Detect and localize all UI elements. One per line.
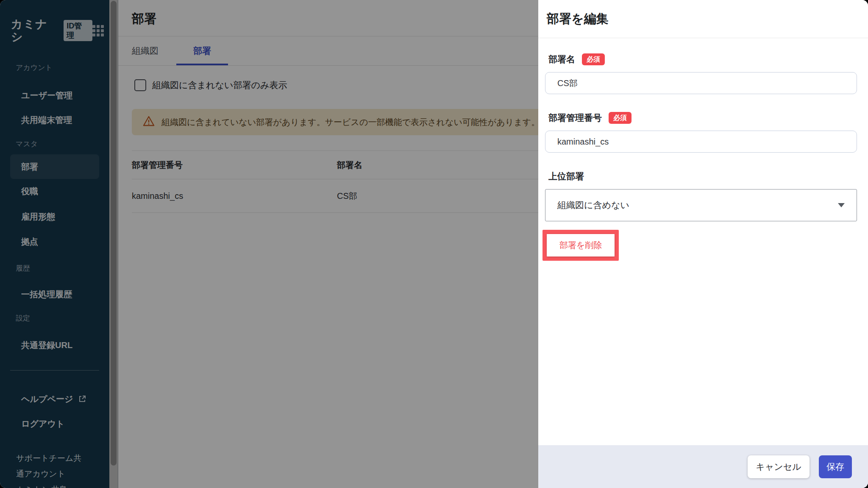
- delete-department-button[interactable]: 部署を削除: [547, 234, 615, 257]
- required-badge: 必須: [609, 112, 632, 124]
- app-window: カミナシ ID管理 アカウント ユーザー管理 共用端末管理 マスタ 部署 役職 …: [0, 0, 868, 488]
- save-button[interactable]: 保存: [819, 455, 852, 478]
- parent-department-value: 組織図に含めない: [557, 199, 629, 211]
- department-name-label-row: 部署名 必須: [548, 53, 857, 65]
- required-badge: 必須: [582, 53, 605, 65]
- department-name-input[interactable]: [545, 72, 857, 94]
- department-code-input[interactable]: [545, 131, 857, 153]
- drawer-body: 部署名 必須 部署管理番号 必須 上位部署 組織図に含めない 部署を削除: [538, 38, 868, 445]
- cancel-button[interactable]: キャンセル: [748, 455, 810, 478]
- department-name-label: 部署名: [548, 53, 575, 65]
- drawer-title: 部署を編集: [547, 12, 609, 25]
- department-code-label: 部署管理番号: [548, 112, 602, 124]
- edit-department-drawer: 部署を編集 部署名 必須 部署管理番号 必須 上位部署 組織図に含めない 部署を…: [538, 0, 868, 488]
- chevron-down-icon: [838, 203, 845, 207]
- department-code-label-row: 部署管理番号 必須: [548, 112, 857, 124]
- parent-department-select[interactable]: 組織図に含めない: [545, 189, 857, 221]
- parent-department-label: 上位部署: [548, 170, 584, 182]
- drawer-header: 部署を編集: [538, 0, 868, 38]
- drawer-footer: キャンセル 保存: [538, 445, 868, 488]
- delete-highlight-annotation: 部署を削除: [542, 230, 619, 261]
- parent-department-label-row: 上位部署: [548, 170, 857, 182]
